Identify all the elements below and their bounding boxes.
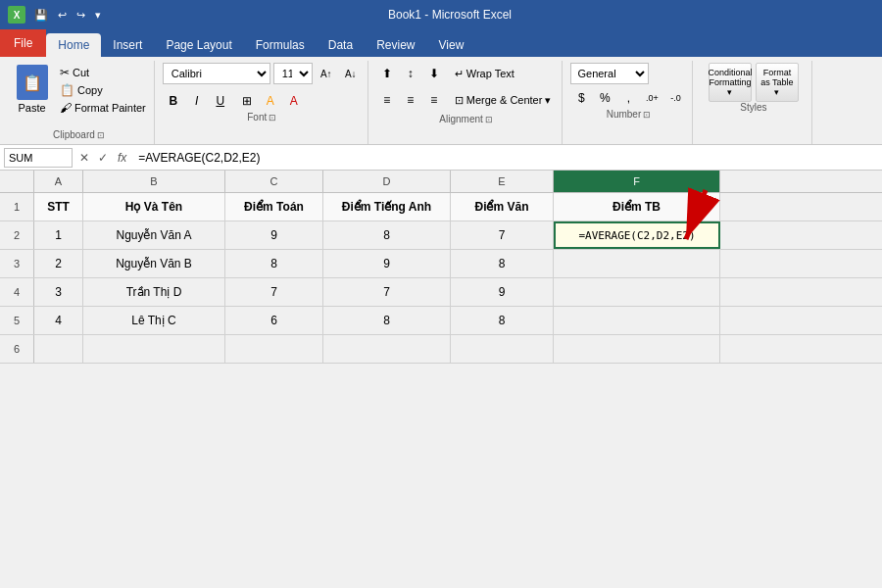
tab-page-layout[interactable]: Page Layout (154, 33, 243, 57)
cell-f6[interactable] (554, 335, 720, 363)
border-button[interactable]: ⊞ (236, 90, 258, 112)
cell-a3[interactable]: 2 (34, 250, 83, 277)
cell-f2[interactable]: =AVERAGE(C2,D2,E2) (554, 221, 720, 249)
cell-a4[interactable]: 3 (34, 278, 83, 306)
format-as-table-button[interactable]: Format as Table ▾ (756, 63, 799, 102)
spreadsheet: A B C D E F 1 STT Họ Và Tên Điểm Toán Đi… (0, 171, 882, 364)
row-header-3: 3 (0, 250, 34, 277)
increase-font-button[interactable]: A↑ (316, 63, 337, 84)
comma-button[interactable]: , (617, 87, 639, 109)
cell-f3[interactable] (554, 250, 720, 277)
cell-d1[interactable]: Điểm Tiếng Anh (323, 193, 451, 220)
name-box[interactable]: SUM (4, 148, 73, 168)
cell-a6[interactable] (34, 335, 83, 363)
row-header-1: 1 (0, 193, 34, 220)
cell-d5[interactable]: 8 (323, 307, 451, 334)
middle-align-button[interactable]: ↕ (400, 63, 421, 84)
cell-a5[interactable]: 4 (34, 307, 83, 334)
align-left-button[interactable]: ≡ (376, 89, 398, 111)
tab-insert[interactable]: Insert (101, 33, 154, 57)
decrease-font-button[interactable]: A↓ (340, 63, 362, 84)
cell-b1[interactable]: Họ Và Tên (83, 193, 225, 220)
cell-b5[interactable]: Lê Thị C (83, 307, 225, 334)
conditional-formatting-button[interactable]: Conditional Formatting ▾ (709, 63, 752, 102)
format-painter-button[interactable]: 🖌 Format Painter (58, 100, 148, 116)
cut-label: Cut (73, 67, 89, 78)
cell-c4[interactable]: 7 (225, 278, 323, 306)
cancel-formula-button[interactable]: ✕ (76, 150, 92, 166)
percent-button[interactable]: % (594, 87, 615, 109)
font-name-select[interactable]: Calibri (163, 63, 270, 84)
cell-b2[interactable]: Nguyễn Văn A (83, 221, 225, 249)
cell-e3[interactable]: 8 (451, 250, 554, 277)
bottom-align-button[interactable]: ⬇ (423, 63, 445, 84)
quick-access-dropdown[interactable]: ▾ (92, 7, 104, 24)
confirm-formula-button[interactable]: ✓ (95, 150, 111, 166)
tab-data[interactable]: Data (317, 33, 365, 57)
increase-decimal-button[interactable]: .0+ (641, 87, 662, 109)
align-center-button[interactable]: ≡ (400, 89, 421, 111)
merge-icon: ⊡ (455, 94, 464, 107)
undo-icon[interactable]: ↩ (55, 7, 70, 24)
tab-formulas[interactable]: Formulas (244, 33, 317, 57)
top-align-button[interactable]: ⬆ (376, 63, 398, 84)
cell-e1[interactable]: Điểm Văn (451, 193, 554, 220)
cut-button[interactable]: ✂ Cut (58, 65, 148, 80)
cell-a1[interactable]: STT (34, 193, 83, 220)
cell-c1[interactable]: Điểm Toán (225, 193, 323, 220)
table-row: 3 2 Nguyễn Văn B 8 9 8 (0, 250, 882, 278)
italic-button[interactable]: I (186, 90, 208, 112)
tab-review[interactable]: Review (365, 33, 426, 57)
cell-d2[interactable]: 8 (323, 221, 451, 249)
cell-b6[interactable] (83, 335, 225, 363)
cell-c5[interactable]: 6 (225, 307, 323, 334)
cell-c3[interactable]: 8 (225, 250, 323, 277)
cell-a2[interactable]: 1 (34, 221, 83, 249)
redo-icon[interactable]: ↪ (74, 7, 88, 24)
cell-d4[interactable]: 7 (323, 278, 451, 306)
merge-center-button[interactable]: ⊡ Merge & Center ▾ (450, 91, 557, 110)
cell-b4[interactable]: Trần Thị D (83, 278, 225, 306)
quick-access-toolbar[interactable]: 💾 ↩ ↪ ▾ (31, 7, 104, 24)
cell-b3[interactable]: Nguyễn Văn B (83, 250, 225, 277)
number-format-select[interactable]: General (570, 63, 649, 84)
fill-color-button[interactable]: A (260, 90, 281, 112)
cell-f5[interactable] (554, 307, 720, 334)
cell-e2[interactable]: 7 (451, 221, 554, 249)
col-header-d: D (323, 171, 451, 192)
cell-c2[interactable]: 9 (225, 221, 323, 249)
cell-c6[interactable] (225, 335, 323, 363)
underline-button[interactable]: U (210, 90, 231, 112)
cell-e6[interactable] (451, 335, 554, 363)
tab-file[interactable]: File (0, 29, 46, 57)
format-painter-icon: 🖌 (60, 101, 72, 115)
cell-e4[interactable]: 9 (451, 278, 554, 306)
number-group-label: Number ⊡ (570, 109, 686, 122)
wrap-text-button[interactable]: ↵ Wrap Text (450, 65, 519, 83)
ribbon-tabs: File Home Insert Page Layout Formulas Da… (0, 29, 882, 57)
title-bar: X 💾 ↩ ↪ ▾ Book1 - Microsoft Excel (0, 0, 882, 29)
paste-button[interactable]: 📋 Paste (10, 63, 54, 116)
copy-button[interactable]: 📋 Copy (58, 82, 148, 98)
cell-d6[interactable] (323, 335, 451, 363)
font-size-select[interactable]: 11 (273, 63, 313, 84)
cell-d3[interactable]: 9 (323, 250, 451, 277)
cell-f4[interactable] (554, 278, 720, 306)
number-group: General $ % , .0+ -.0 Number ⊡ (564, 61, 693, 144)
decrease-decimal-button[interactable]: -.0 (664, 87, 686, 109)
col-header-f: F (554, 171, 720, 192)
cell-f1[interactable]: Điểm TB (554, 193, 720, 220)
save-icon[interactable]: 💾 (31, 7, 51, 24)
tab-home[interactable]: Home (46, 33, 101, 57)
col-header-a: A (34, 171, 83, 192)
currency-button[interactable]: $ (570, 87, 592, 109)
merge-center-label: Merge & Center ▾ (466, 94, 552, 107)
align-right-button[interactable]: ≡ (423, 89, 445, 111)
tab-view[interactable]: View (427, 33, 476, 57)
title-bar-left: X 💾 ↩ ↪ ▾ (8, 6, 104, 24)
bold-button[interactable]: B (163, 90, 184, 112)
font-color-button[interactable]: A (283, 90, 305, 112)
cell-e5[interactable]: 8 (451, 307, 554, 334)
clipboard-small-buttons: ✂ Cut 📋 Copy 🖌 Format Painter (58, 65, 148, 116)
formula-input[interactable] (134, 151, 878, 165)
